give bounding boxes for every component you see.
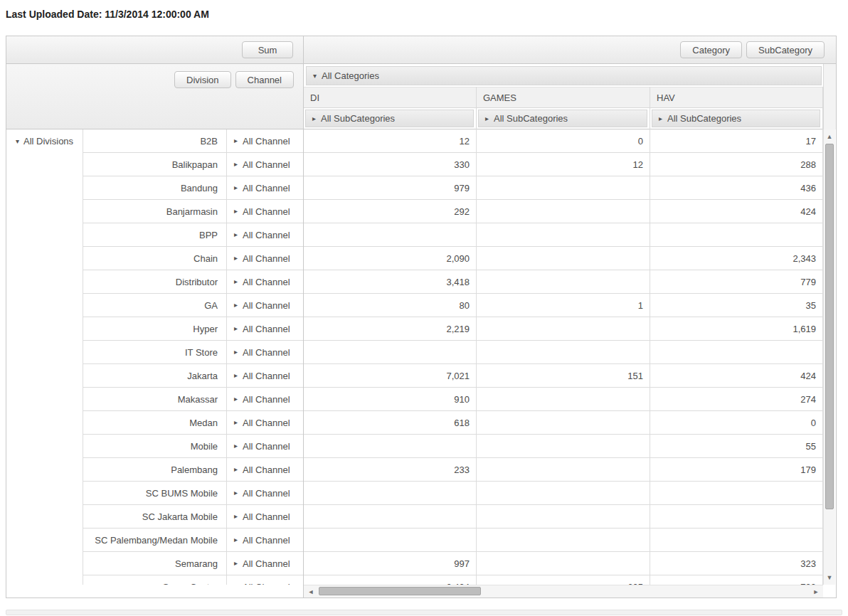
division-row-header: Medan — [83, 411, 227, 434]
data-cell — [304, 435, 477, 458]
horizontal-scroll-thumb[interactable] — [319, 587, 481, 595]
table-row: 330 12 288 — [304, 153, 823, 176]
all-channel-header[interactable]: ▸ All Channel — [227, 411, 303, 434]
all-channel-header[interactable]: ▸ All Channel — [227, 529, 303, 551]
data-cell: 12 — [477, 153, 650, 176]
data-cell: 179 — [650, 458, 823, 482]
data-cell — [477, 388, 650, 411]
all-channel-header[interactable]: ▸ All Channel — [227, 223, 303, 246]
data-cell — [650, 223, 823, 247]
vertical-scroll-thumb[interactable] — [825, 144, 834, 509]
all-channel-header[interactable]: ▸ All Channel — [227, 341, 303, 363]
data-cell: 2,219 — [304, 317, 477, 341]
data-cell — [477, 223, 650, 247]
expand-icon: ▸ — [234, 184, 238, 191]
all-channel-header[interactable]: ▸ All Channel — [227, 176, 303, 199]
all-channel-header[interactable]: ▸ All Channel — [227, 458, 303, 481]
table-row: 2,434 605 733 — [304, 575, 823, 585]
all-channel-header[interactable]: ▸ All Channel — [227, 270, 303, 293]
scroll-right-button[interactable]: ► — [810, 585, 822, 598]
division-row-header: Balikpapan — [83, 153, 227, 176]
table-row: 233 179 — [304, 458, 823, 482]
expand-icon: ▸ — [485, 115, 489, 122]
all-channel-header[interactable]: ▸ All Channel — [227, 435, 303, 457]
all-channel-label: All Channel — [243, 418, 290, 428]
expand-icon: ▸ — [234, 489, 238, 496]
table-row: 2,219 1,619 — [304, 317, 823, 341]
all-channel-header[interactable]: ▸ All Channel — [227, 294, 303, 317]
all-channel-header[interactable]: ▸ All Channel — [227, 247, 303, 270]
all-channel-header[interactable]: ▸ All Channel — [227, 153, 303, 176]
row-header-row: Makassar ▸ All Channel — [83, 388, 303, 411]
expand-icon: ▸ — [234, 560, 238, 567]
all-subcategories-header[interactable]: ▸ All SubCategories — [478, 110, 647, 127]
division-row-header: SC Jakarta Mobile — [83, 505, 227, 528]
all-channel-label: All Channel — [243, 206, 290, 217]
row-header-row: SC Jakarta Mobile ▸ All Channel — [83, 505, 303, 529]
all-categories-header[interactable]: ▾ All Categories — [306, 66, 822, 85]
data-cell: 910 — [304, 388, 477, 411]
division-field-button[interactable]: Division — [174, 71, 231, 88]
all-channel-label: All Channel — [243, 394, 290, 405]
category-column-header: DI — [304, 87, 477, 108]
row-header-row: Semarang ▸ All Channel — [83, 552, 303, 575]
all-channel-header[interactable]: ▸ All Channel — [227, 317, 303, 340]
expand-icon: ▸ — [234, 536, 238, 543]
data-cell — [650, 341, 823, 364]
all-divisions-label: All Divisions — [23, 136, 73, 147]
column-headers: ▾ All Categories DI GAMES HAV ▸ All SubC… — [304, 64, 836, 129]
division-row-header: Jakarta — [83, 364, 227, 387]
subcategory-field-button[interactable]: SubCategory — [746, 41, 825, 58]
data-cells: 12 0 17 330 12 288 979 436 292 424 2,090… — [304, 129, 823, 585]
all-channel-header[interactable]: ▸ All Channel — [227, 129, 303, 152]
data-cell: 292 — [304, 200, 477, 223]
expand-icon: ▸ — [234, 442, 238, 450]
division-row-header: Super Center — [83, 575, 227, 585]
data-cell: 151 — [477, 364, 650, 388]
data-cell — [477, 458, 650, 482]
data-cell: 2,090 — [304, 247, 477, 270]
vertical-scrollbar[interactable]: ▲ ▼ — [823, 129, 835, 585]
horizontal-scrollbar[interactable]: ◄ ► — [304, 585, 823, 598]
data-cell: 80 — [304, 294, 477, 317]
all-subcategories-header[interactable]: ▸ All SubCategories — [305, 110, 474, 127]
data-cell: 330 — [304, 153, 477, 176]
division-row-header: Palembang — [83, 458, 227, 481]
scroll-up-button[interactable]: ▲ — [824, 131, 835, 142]
scroll-down-button[interactable]: ▼ — [824, 572, 835, 583]
all-channel-header[interactable]: ▸ All Channel — [227, 364, 303, 387]
all-channel-header[interactable]: ▸ All Channel — [227, 388, 303, 410]
all-channel-label: All Channel — [243, 277, 290, 287]
all-divisions-header[interactable]: ▾ All Divisions — [6, 129, 83, 585]
division-row-header: Distributor — [83, 270, 227, 293]
expand-icon: ▸ — [234, 231, 238, 238]
all-channel-header[interactable]: ▸ All Channel — [227, 200, 303, 223]
column-fields-area: Category SubCategory — [304, 36, 836, 63]
division-row-header: BPP — [83, 223, 227, 246]
all-channel-header[interactable]: ▸ All Channel — [227, 552, 303, 575]
row-header-row: Distributor ▸ All Channel — [83, 270, 303, 294]
category-field-button[interactable]: Category — [680, 41, 742, 58]
all-channel-header[interactable]: ▸ All Channel — [227, 575, 303, 585]
expand-icon: ▸ — [234, 419, 238, 426]
table-row: 997 323 — [304, 552, 823, 575]
all-channel-header[interactable]: ▸ All Channel — [227, 505, 303, 528]
data-cell: 55 — [650, 435, 823, 458]
all-channel-header[interactable]: ▸ All Channel — [227, 482, 303, 504]
all-channel-label: All Channel — [243, 535, 290, 546]
division-row-header: SC Palembang/Medan Mobile — [83, 529, 227, 551]
all-subcategories-header[interactable]: ▸ All SubCategories — [652, 110, 820, 127]
sum-field-button[interactable]: Sum — [242, 41, 293, 58]
row-header-row: Hyper ▸ All Channel — [83, 317, 303, 341]
table-row — [304, 223, 823, 247]
expand-icon: ▸ — [234, 395, 238, 403]
all-channel-label: All Channel — [243, 488, 290, 499]
all-subcategories-label: All SubCategories — [667, 113, 741, 124]
scroll-left-button[interactable]: ◄ — [305, 585, 317, 598]
all-channel-label: All Channel — [243, 558, 290, 569]
channel-field-button[interactable]: Channel — [235, 71, 294, 88]
data-cell: 733 — [650, 575, 823, 585]
data-cell: 0 — [477, 129, 650, 153]
all-channel-label: All Channel — [243, 347, 290, 358]
subcategory-cell: ▸ All SubCategories — [304, 108, 477, 129]
